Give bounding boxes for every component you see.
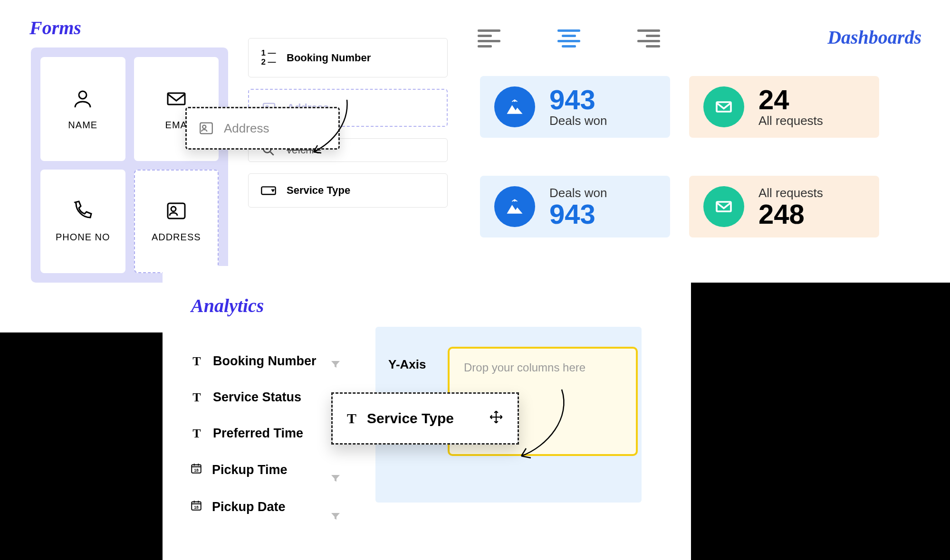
column-label: Preferred Time — [213, 426, 303, 441]
stat-card-all-requests-2[interactable]: All requests 248 — [689, 176, 879, 237]
svg-rect-1 — [168, 93, 185, 104]
analytics-column-booking-number[interactable]: T Booking Number — [190, 354, 317, 369]
column-label: Pickup Date — [212, 500, 286, 514]
phone-icon — [71, 199, 94, 222]
person-icon — [71, 87, 94, 110]
form-tile-label: ADDRESS — [152, 232, 201, 243]
align-left-icon[interactable] — [478, 29, 500, 47]
stat-label: All requests — [758, 186, 823, 200]
drag-arrow-icon — [304, 95, 361, 161]
stat-value: 24 — [758, 86, 823, 114]
analytics-column-pickup-date[interactable]: 18 Pickup Date — [190, 499, 317, 515]
drag-arrow-icon — [509, 385, 581, 465]
filter-icon[interactable] — [330, 511, 341, 524]
form-tile-address[interactable]: ADDRESS — [134, 170, 219, 274]
drop-placeholder: Drop your columns here — [464, 361, 585, 374]
envelope-icon — [703, 186, 744, 227]
analytics-section-title: Analytics — [191, 294, 264, 317]
analytics-column-service-status[interactable]: T Service Status — [190, 390, 317, 405]
mountain-icon — [494, 86, 535, 127]
chip-label: Address — [224, 121, 269, 136]
form-field-palette: NAME EMA PHONE NO ADDRESS — [31, 47, 228, 283]
svg-text:18: 18 — [194, 468, 199, 473]
stat-value: 248 — [758, 200, 823, 228]
form-row-booking-number[interactable]: 1 —2 — Booking Number — [248, 38, 448, 77]
stat-value: 943 — [549, 86, 607, 114]
envelope-icon — [703, 86, 744, 127]
chip-label: Service Type — [367, 410, 454, 427]
analytics-column-pickup-time[interactable]: 18 Pickup Time — [190, 462, 317, 478]
form-row-label: Booking Number — [287, 52, 371, 64]
filter-icon[interactable] — [330, 359, 341, 372]
column-label: Service Status — [213, 390, 301, 405]
stat-card-deals-won-1[interactable]: 943 Deals won — [480, 76, 670, 138]
letterbox-bar — [0, 332, 163, 560]
calendar-icon: 18 — [190, 499, 202, 515]
column-label: Pickup Time — [212, 463, 288, 477]
svg-point-3 — [171, 207, 176, 211]
analytics-column-list: T Booking Number T Service Status T Pref… — [190, 354, 317, 515]
text-type-icon: T — [190, 427, 203, 441]
forms-section-title: Forms — [29, 17, 81, 39]
stat-label: Deals won — [549, 186, 607, 200]
svg-point-0 — [79, 91, 86, 99]
address-card-icon — [198, 120, 214, 136]
analytics-panel: Analytics T Booking Number T Service Sta… — [163, 266, 691, 560]
form-tile-name[interactable]: NAME — [40, 57, 125, 161]
numbered-list-icon: 1 —2 — — [261, 49, 276, 66]
stat-label: All requests — [758, 114, 823, 128]
mountain-icon — [494, 186, 535, 227]
svg-rect-2 — [168, 203, 185, 218]
form-row-service-type[interactable]: Service Type — [248, 173, 448, 208]
stat-value: 943 — [549, 200, 607, 228]
svg-text:18: 18 — [194, 505, 199, 510]
svg-point-9 — [202, 125, 206, 129]
calendar-icon: 18 — [190, 462, 202, 478]
stat-card-all-requests-1[interactable]: 24 All requests — [689, 76, 879, 138]
align-right-icon[interactable] — [637, 29, 660, 47]
form-tile-label: NAME — [68, 120, 97, 131]
form-tile-label: EMA — [165, 120, 187, 131]
y-axis-label: Y-Axis — [388, 357, 426, 372]
dragging-chip-service-type[interactable]: T Service Type — [331, 392, 519, 445]
stat-card-deals-won-2[interactable]: Deals won 943 — [480, 176, 670, 237]
envelope-icon — [165, 87, 188, 110]
svg-rect-8 — [200, 123, 212, 134]
form-row-label: Service Type — [287, 184, 350, 197]
dashboards-section-title: Dashboards — [827, 26, 921, 48]
text-type-icon: T — [190, 354, 203, 369]
form-tile-phone[interactable]: PHONE NO — [40, 170, 125, 274]
text-type-icon: T — [347, 410, 356, 427]
address-card-icon — [165, 199, 188, 222]
column-label: Booking Number — [213, 354, 317, 369]
analytics-column-preferred-time[interactable]: T Preferred Time — [190, 426, 317, 441]
filter-icon[interactable] — [330, 473, 341, 486]
stat-label: Deals won — [549, 114, 607, 128]
move-cursor-icon — [489, 410, 503, 427]
dropdown-icon — [261, 186, 276, 195]
letterbox-bar — [691, 283, 950, 560]
form-tile-label: PHONE NO — [56, 232, 110, 243]
text-type-icon: T — [190, 390, 203, 405]
align-center-icon[interactable] — [557, 29, 580, 47]
alignment-toolbar — [478, 29, 660, 47]
